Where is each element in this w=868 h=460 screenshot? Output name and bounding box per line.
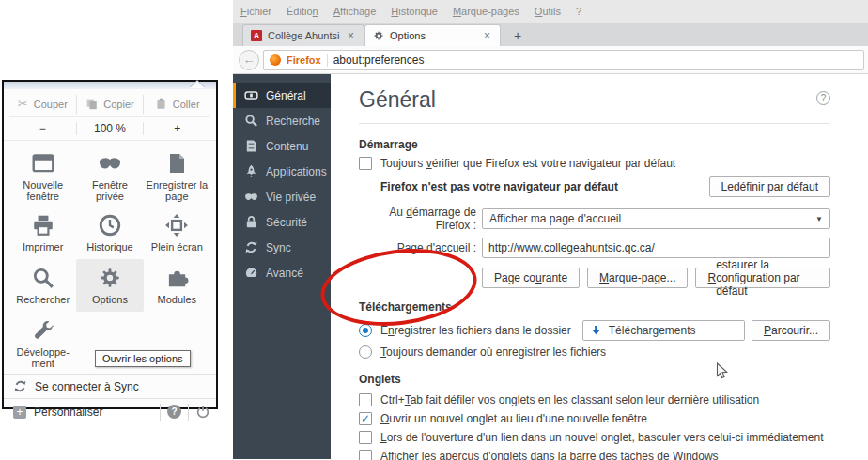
gauge-icon: [244, 266, 258, 280]
sidebar-item-securite[interactable]: Sécurité: [233, 209, 331, 235]
tab-close-icon[interactable]: ×: [482, 29, 492, 42]
url-bar[interactable]: Firefox about:preferences: [263, 50, 864, 70]
not-default-status: Firefox n'est pas votre navigateur par d…: [380, 180, 618, 193]
options-button[interactable]: Options: [76, 259, 143, 312]
download-folder-name: Téléchargements: [609, 324, 696, 337]
tab-options[interactable]: Options ×: [364, 24, 501, 46]
paste-button[interactable]: Coller: [143, 95, 210, 114]
startup-mode-value: Afficher ma page d'accueil: [489, 212, 815, 225]
sidebar-item-vie-privee[interactable]: Vie privée: [233, 184, 331, 209]
sidebar-item-general[interactable]: Général: [233, 83, 331, 108]
tab-title: Options: [390, 30, 476, 41]
item-label: Historique: [86, 241, 133, 253]
section-demarrage: Démarrage: [359, 138, 830, 151]
browse-button[interactable]: Parcourir...: [752, 320, 830, 341]
copy-label: Copier: [103, 99, 133, 110]
rocket-icon: [244, 164, 258, 178]
menu-outils[interactable]: Outils: [535, 6, 561, 17]
checkbox-switch-immediately[interactable]: [359, 431, 372, 444]
screenshot-stage: Fichier Édition Affichage Historique Mar…: [0, 0, 868, 460]
tab-close-icon[interactable]: ×: [346, 29, 356, 42]
footer-separator: [160, 404, 161, 421]
addons-button[interactable]: Modules: [144, 259, 210, 312]
restore-default-button[interactable]: Restaurer la configuration par défaut: [695, 268, 830, 288]
menu-aide[interactable]: ?: [576, 6, 581, 17]
sidebar-label: Applications: [266, 165, 327, 178]
sync-icon: [13, 379, 27, 393]
sidebar-item-recherche[interactable]: Recherche: [233, 108, 331, 133]
menu-fichier[interactable]: Fichier: [240, 6, 271, 17]
checkbox-taskbar-previews[interactable]: [359, 450, 372, 460]
search-button[interactable]: Rechercher: [9, 259, 76, 312]
gear-icon: [373, 30, 384, 41]
radio-save-to-folder[interactable]: [359, 324, 372, 337]
cut-button[interactable]: ✂ Couper: [9, 95, 76, 114]
zoom-controls: − 100 % +: [9, 116, 210, 140]
firefox-identity-icon: [270, 54, 281, 66]
sidebar-item-contenu[interactable]: Contenu: [233, 133, 331, 159]
scissors-icon: ✂: [18, 98, 28, 110]
sidebar-item-sync[interactable]: Sync: [233, 235, 331, 260]
menu-historique[interactable]: Historique: [391, 6, 438, 17]
radio-label: Enregistrer les fichiers dans le dossier: [380, 324, 571, 337]
startup-mode-select[interactable]: Afficher ma page d'accueil ▼: [482, 208, 830, 229]
ahuntsic-favicon-icon: A: [251, 30, 262, 41]
bookmark-button[interactable]: Marque-page...: [587, 268, 688, 288]
homepage-label: Page d'accueil :: [359, 241, 476, 254]
copy-button[interactable]: Copier: [76, 95, 144, 114]
sync-signin-button[interactable]: Se connecter à Sync: [4, 374, 216, 398]
checkbox-ctrl-tab[interactable]: [359, 393, 372, 406]
set-default-button[interactable]: Le définir par défaut: [709, 176, 830, 197]
search-icon: [244, 114, 258, 128]
history-button[interactable]: Historique: [76, 207, 143, 259]
fullscreen-icon: [164, 213, 189, 238]
checkbox-always-default[interactable]: [359, 157, 372, 170]
menu-affichage[interactable]: Affichage: [333, 6, 377, 17]
copy-icon: [85, 98, 98, 110]
back-button[interactable]: ←: [239, 50, 259, 70]
homepage-input[interactable]: [482, 238, 830, 258]
checkbox-open-new-tab[interactable]: ✓: [359, 412, 372, 425]
menu-edition[interactable]: Édition: [287, 6, 318, 17]
sidebar-label: Vie privée: [266, 191, 316, 204]
download-folder-field[interactable]: Téléchargements: [582, 320, 745, 341]
clock-icon: [98, 213, 122, 238]
window-icon: [31, 151, 55, 176]
zoom-in-button[interactable]: +: [143, 122, 210, 135]
print-button[interactable]: Imprimer: [9, 207, 76, 259]
chevron-down-icon: ▼: [815, 215, 823, 223]
new-tab-button[interactable]: +: [506, 28, 529, 43]
developer-button[interactable]: Développe-ment: [9, 312, 76, 374]
preferences-sidebar: Général Recherche Co: [233, 74, 331, 459]
item-label: Nouvelle fenêtre: [11, 179, 74, 202]
sidebar-label: Contenu: [266, 140, 308, 153]
panel-notch: [190, 81, 205, 88]
navigation-toolbar: ← Firefox about:preferences: [233, 46, 868, 74]
help-icon[interactable]: ?: [816, 91, 830, 105]
menu-marque-pages[interactable]: Marque-pages: [453, 6, 519, 17]
current-page-button[interactable]: Page courante: [482, 268, 580, 288]
fullscreen-button[interactable]: Plein écran: [144, 207, 210, 259]
tab-college-ahuntsic[interactable]: A Collège Ahuntsic | Cégep ... ×: [242, 24, 364, 46]
help-icon[interactable]: ?: [167, 405, 181, 419]
save-page-button[interactable]: Enregistrer la page: [144, 145, 210, 207]
sidebar-item-avance[interactable]: Avancé: [233, 260, 331, 285]
item-label: Imprimer: [23, 241, 63, 253]
zoom-out-button[interactable]: −: [9, 122, 76, 135]
zoom-level[interactable]: 100 %: [76, 122, 144, 135]
radio-always-ask[interactable]: [359, 345, 372, 359]
paste-label: Coller: [173, 99, 200, 110]
startup-mode-label: Au démarrage de Firefox :: [359, 206, 476, 232]
clipboard-icon: [155, 98, 167, 110]
customize-button[interactable]: Personnaliser: [34, 406, 102, 419]
menubar: Fichier Édition Affichage Historique Mar…: [233, 0, 868, 23]
download-arrow-icon: [590, 325, 602, 337]
checkbox-label: Ouvrir un nouvel onglet au lieu d'une no…: [380, 412, 647, 425]
new-window-button[interactable]: Nouvelle fenêtre: [9, 145, 76, 207]
power-icon[interactable]: [195, 405, 210, 420]
page-title: Général: [359, 87, 436, 113]
lock-icon: [244, 215, 258, 229]
private-window-button[interactable]: Fenêtre privée: [76, 145, 143, 207]
panel-footer: + Personnaliser ?: [4, 398, 216, 424]
sidebar-item-applications[interactable]: Applications: [233, 159, 331, 184]
